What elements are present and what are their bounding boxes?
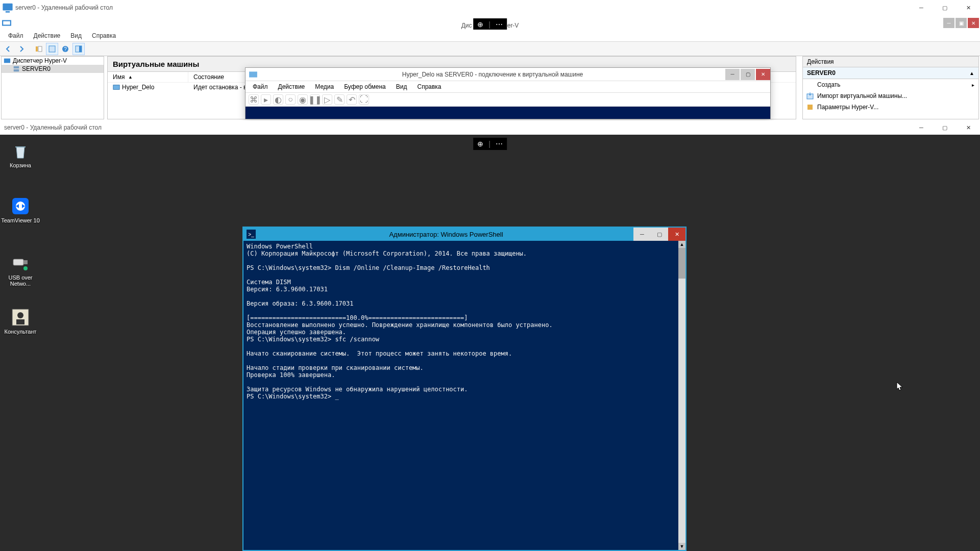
- menu-view[interactable]: Вид: [392, 83, 411, 91]
- enhanced-button[interactable]: ⛶: [359, 94, 369, 105]
- close-button[interactable]: ✕: [668, 228, 685, 241]
- menu-file[interactable]: Файл: [3, 31, 29, 40]
- action-pane-button[interactable]: [72, 43, 85, 55]
- hyperv-title-left: Дис: [461, 22, 472, 29]
- consultant-icon: [10, 307, 31, 328]
- close-button[interactable]: ✕: [957, 1, 980, 15]
- save-button[interactable]: ◉: [298, 94, 308, 105]
- rdp-zoom-toolbar[interactable]: ⊕ | ⋯: [473, 138, 507, 150]
- powershell-title: Администратор: Windows PowerShell: [259, 231, 633, 238]
- properties-button[interactable]: [46, 43, 58, 55]
- help-button[interactable]: ?: [59, 43, 71, 55]
- menu-file[interactable]: Файл: [249, 83, 272, 91]
- minimize-button[interactable]: ─: [910, 120, 933, 135]
- svg-rect-16: [807, 105, 813, 110]
- shutdown-button[interactable]: ○: [285, 94, 296, 105]
- zoom-icon[interactable]: ⊕: [477, 140, 483, 148]
- powershell-titlebar[interactable]: >_ Администратор: Windows PowerShell ─ ▢…: [243, 228, 685, 241]
- reset-button[interactable]: ▷: [322, 94, 332, 105]
- vm-name: Hyper_Delo: [122, 84, 154, 91]
- zoom-icon[interactable]: ⊕: [477, 20, 483, 29]
- tree-server[interactable]: SERVER0: [2, 65, 104, 73]
- back-button[interactable]: [2, 43, 14, 55]
- vmconn-icon: [249, 70, 258, 79]
- scroll-thumb[interactable]: [678, 248, 685, 279]
- turnoff-button[interactable]: ◐: [273, 94, 283, 105]
- action-settings-label: Параметры Hyper-V...: [817, 104, 878, 111]
- maximize-button[interactable]: ▢: [741, 69, 755, 80]
- tree-root[interactable]: Диспетчер Hyper-V: [2, 57, 104, 65]
- ctrl-alt-del-button[interactable]: ⌘: [249, 94, 259, 105]
- minimize-button[interactable]: ─: [943, 18, 954, 28]
- minimize-button[interactable]: ─: [725, 69, 740, 80]
- scroll-down-button[interactable]: ▼: [678, 543, 685, 550]
- close-button[interactable]: ✕: [756, 69, 770, 80]
- powershell-icon: >_: [247, 230, 256, 239]
- vm-icon: [113, 84, 120, 91]
- svg-text:?: ?: [64, 46, 67, 52]
- desktop-icon-consultant[interactable]: Консультант: [0, 307, 41, 335]
- server-icon: [13, 65, 20, 72]
- rdp-window-2: server0 - Удаленный рабочий стол ─ ▢ ✕ ⊕…: [0, 120, 980, 551]
- close-button[interactable]: ✕: [957, 120, 980, 135]
- more-icon[interactable]: ⋯: [496, 140, 503, 148]
- pause-button[interactable]: ❚❚: [310, 94, 320, 105]
- desktop-icon-usb-over-network[interactable]: USB over Netwo...: [0, 253, 41, 287]
- menu-view[interactable]: Вид: [65, 31, 87, 40]
- menu-action[interactable]: Действие: [29, 31, 66, 40]
- svg-rect-0: [3, 4, 12, 11]
- menu-help[interactable]: Справка: [413, 83, 445, 91]
- vm-connection-window[interactable]: Hyper_Delo на SERVER0 - подключение к ви…: [245, 67, 771, 119]
- hyperv-icon: [4, 57, 11, 64]
- svg-rect-25: [16, 319, 24, 324]
- action-settings[interactable]: Параметры Hyper-V...: [803, 102, 978, 113]
- maximize-button[interactable]: ▣: [955, 18, 967, 28]
- more-icon[interactable]: ⋯: [496, 20, 503, 29]
- maximize-button[interactable]: ▢: [651, 228, 668, 241]
- start-button[interactable]: ▸: [261, 94, 271, 105]
- scroll-up-button[interactable]: ▲: [678, 241, 685, 248]
- collapse-icon[interactable]: ▲: [969, 70, 974, 76]
- rdp1-title: server0 - Удаленный рабочий стол: [15, 4, 113, 11]
- svg-rect-5: [38, 46, 42, 52]
- vmconn-titlebar[interactable]: Hyper_Delo на SERVER0 - подключение к ви…: [246, 68, 770, 81]
- menu-help[interactable]: Справка: [87, 31, 121, 40]
- actions-pane: Действия SERVER0 ▲ Создать Импорт виртуа…: [802, 56, 979, 119]
- rdp-zoom-toolbar[interactable]: ⊕ | ⋯: [473, 18, 507, 31]
- vmconn-viewport[interactable]: [246, 107, 770, 119]
- sort-asc-icon: ▲: [128, 74, 133, 80]
- svg-rect-1: [6, 11, 10, 13]
- svg-point-24: [17, 312, 23, 318]
- desktop-icon-recycle-bin[interactable]: Корзина: [0, 141, 41, 168]
- minimize-button[interactable]: ─: [910, 1, 933, 15]
- menu-media[interactable]: Медиа: [311, 83, 338, 91]
- svg-rect-21: [23, 260, 28, 264]
- powershell-window[interactable]: >_ Администратор: Windows PowerShell ─ ▢…: [242, 227, 687, 551]
- desktop-icon-label: Консультант: [0, 329, 41, 335]
- checkpoint-button[interactable]: ✎: [334, 94, 345, 105]
- rdp2-titlebar[interactable]: server0 - Удаленный рабочий стол ─ ▢ ✕: [0, 120, 980, 135]
- desktop-icon-teamviewer[interactable]: TeamViewer 10: [0, 196, 41, 223]
- hyperv-tree-pane[interactable]: Диспетчер Hyper-V SERVER0: [1, 56, 104, 119]
- maximize-button[interactable]: ▢: [933, 1, 957, 15]
- menu-action[interactable]: Действие: [274, 83, 309, 91]
- actions-server-section[interactable]: SERVER0 ▲: [803, 67, 978, 79]
- action-import[interactable]: Импорт виртуальной машины...: [803, 90, 978, 102]
- show-hide-tree-button[interactable]: [33, 43, 45, 55]
- svg-rect-11: [4, 59, 10, 63]
- close-button[interactable]: ✕: [968, 18, 979, 28]
- rdp1-titlebar[interactable]: server0 - Удаленный рабочий стол ─ ▢ ✕: [0, 0, 980, 15]
- forward-button[interactable]: [15, 43, 28, 55]
- powershell-scrollbar[interactable]: ▲ ▼: [678, 241, 685, 550]
- maximize-button[interactable]: ▢: [933, 120, 957, 135]
- minimize-button[interactable]: ─: [633, 228, 651, 241]
- rdp-window-1: server0 - Удаленный рабочий стол ─ ▢ ✕ Д…: [0, 0, 980, 120]
- menu-clipboard[interactable]: Буфер обмена: [340, 83, 390, 91]
- action-create[interactable]: Создать: [803, 79, 978, 90]
- col-name[interactable]: Имя ▲: [108, 72, 188, 82]
- revert-button[interactable]: ↶: [347, 94, 357, 105]
- vmconn-title: Hyper_Delo на SERVER0 - подключение к ви…: [261, 71, 724, 78]
- action-create-label: Создать: [817, 81, 841, 88]
- rdp2-window-controls: ─ ▢ ✕: [910, 120, 980, 135]
- powershell-console[interactable]: Windows PowerShell (C) Корпорация Майкро…: [243, 241, 678, 550]
